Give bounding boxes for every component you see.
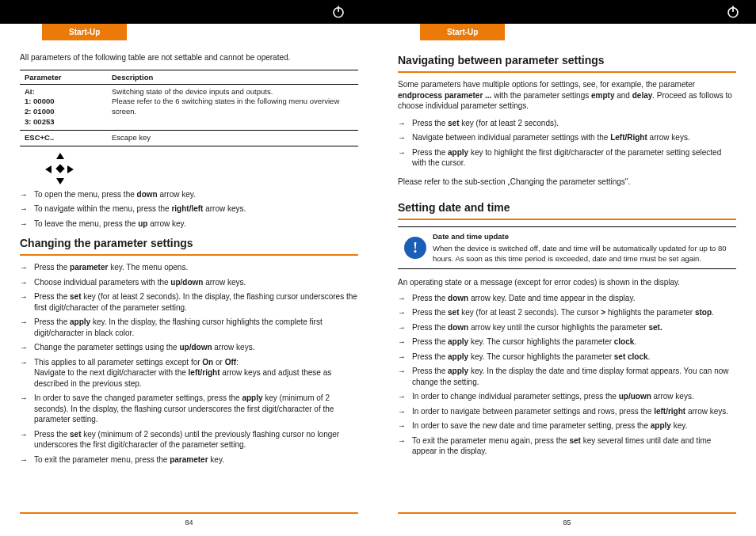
nav-list: Press the set key (for at least 2 second…: [398, 118, 736, 169]
list-item: To leave the menu, press the up arrow ke…: [20, 219, 358, 230]
list-item: In order to save the new date and time p…: [398, 420, 736, 431]
list-item: Press the down arrow key. Date and time …: [398, 293, 736, 304]
arrow-cross-icon: [44, 153, 75, 184]
desc-cell: Switching state of the device inputs and…: [107, 84, 358, 130]
list-item: Choose individual parameters with the up…: [20, 277, 358, 288]
list-item: To exit the parameter menu again, press …: [398, 435, 736, 457]
date-intro: An operating state or a message (except …: [398, 277, 736, 288]
list-item: To open the menu, press the down arrow k…: [20, 189, 358, 200]
list-item: Press the apply key. The cursor highligh…: [398, 336, 736, 348]
note-box: ! Date and time update When the device i…: [398, 226, 736, 269]
page-number: 84: [0, 519, 378, 526]
list-item: Press the apply key. The cursor highligh…: [398, 352, 736, 363]
heading-date-time: Setting date and time: [398, 201, 736, 214]
top-bar: [0, 0, 756, 24]
intro-text: All parameters of the following table ar…: [20, 52, 358, 63]
orange-rule: [398, 219, 736, 220]
heading-changing-settings: Changing the parameter settings: [20, 237, 358, 249]
parameter-table: Parameter Description AI:1: 000002: 0100…: [20, 70, 358, 146]
list-item: This applies to all parameter settings e…: [20, 357, 358, 390]
list-item: To exit the parameter menu, press the pa…: [20, 454, 358, 466]
heading-navigating: Navigating between parameter settings: [398, 54, 736, 67]
list-item: To navigate within the menu, press the r…: [20, 203, 358, 215]
footer-rule: [20, 512, 358, 514]
alert-icon: !: [404, 237, 426, 259]
table-row: ESC+C..Escape key: [20, 130, 358, 146]
list-item: Change the parameter settings using the …: [20, 342, 358, 353]
list-item: Press the set key (for at least 2 second…: [20, 291, 358, 313]
list-item: Press the apply key. In the display, the…: [20, 317, 358, 338]
list-item: Navigate between individual parameter se…: [398, 132, 736, 143]
change-settings-list: Press the parameter key. The menu opens.…: [20, 262, 358, 465]
menu-nav-list: To open the menu, press the down arrow k…: [20, 189, 358, 230]
list-item: In order to save the changed parameter s…: [20, 393, 358, 425]
footer-rule: [398, 512, 736, 514]
col-header-parameter: Parameter: [20, 70, 107, 84]
list-item: Press the apply key to highlight the fir…: [398, 147, 736, 169]
list-item: In order to navigate between parameter s…: [398, 406, 736, 417]
orange-rule: [398, 71, 736, 73]
nav-intro: Some parameters have multiple options fo…: [398, 79, 736, 112]
section-tab: Start-Up: [420, 24, 505, 40]
list-item: Press the parameter key. The menu opens.: [20, 262, 358, 273]
list-item: Press the set key (minimum of 2 seconds)…: [20, 429, 358, 450]
note-body: When the device is switched off, date an…: [433, 244, 736, 264]
page-number: 85: [378, 519, 756, 526]
desc-cell: Escape key: [107, 130, 358, 146]
list-item: Press the set key (for at least 2 second…: [398, 307, 736, 318]
list-item: Press the set key (for at least 2 second…: [398, 118, 736, 129]
param-cell: ESC+C..: [20, 130, 107, 146]
list-item: In order to change individual parameter …: [398, 391, 736, 402]
note-title: Date and time update: [433, 232, 736, 242]
list-item: Press the down arrow key until the curso…: [398, 322, 736, 333]
power-icon: [331, 5, 346, 19]
page-left: Start-Up All parameters of the following…: [0, 24, 378, 536]
section-tab: Start-Up: [42, 24, 127, 40]
power-icon: [726, 5, 740, 19]
param-cell: AI:1: 000002: 010003: 00253: [20, 84, 107, 130]
nav-footer: Please refer to the sub-section „Changin…: [398, 177, 736, 188]
page-right: Start-Up Navigating between parameter se…: [378, 24, 756, 536]
col-header-description: Description: [107, 70, 358, 84]
list-item: Press the apply key. In the display the …: [398, 366, 736, 387]
orange-rule: [20, 254, 358, 256]
table-row: AI:1: 000002: 010003: 00253Switching sta…: [20, 84, 358, 130]
date-list: Press the down arrow key. Date and time …: [398, 293, 736, 457]
